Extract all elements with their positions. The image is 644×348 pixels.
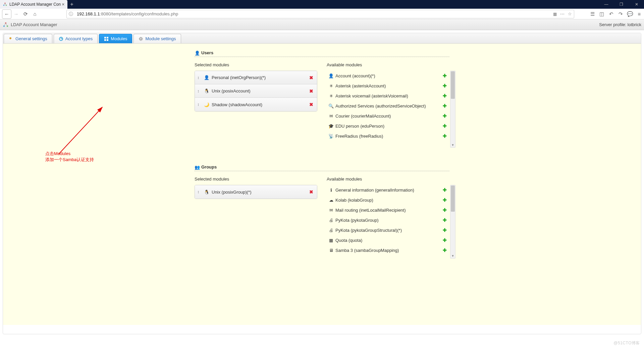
module-icon: 🎓	[327, 124, 335, 129]
remove-module-button[interactable]: ✖	[306, 75, 317, 80]
url-bar[interactable]: ⓘ 192.168.1.1:8080/templates/config/conf…	[66, 10, 574, 18]
module-label: PyKota (pykotaGroup)	[335, 218, 440, 223]
module-label: Authorized Services (authorizedServiceOb…	[335, 103, 440, 109]
tab-module-settings[interactable]: Module settings	[133, 34, 181, 43]
add-module-button[interactable]: ✚	[440, 93, 449, 98]
add-module-button[interactable]: ✚	[440, 237, 449, 243]
available-module-row: 🔍Authorized Services (authorizedServiceO…	[327, 101, 449, 111]
back-button[interactable]: ←	[2, 9, 11, 19]
svg-rect-9	[104, 39, 106, 41]
app-topbar: LDAP Account Manager Server profile: lot…	[0, 19, 644, 30]
module-icon: ✉	[327, 114, 335, 119]
sidebar-icon[interactable]: ◫	[599, 11, 604, 17]
undo-icon[interactable]: ↶	[608, 11, 614, 17]
tab-label: Module settings	[145, 36, 176, 41]
reload-button[interactable]: ⟳	[21, 9, 30, 19]
home-button[interactable]: ⌂	[30, 9, 40, 19]
module-icon: ✳	[327, 93, 335, 98]
browser-titlebar: LDAP Account Manager Con × + — ❐ ✕	[0, 0, 644, 9]
selected-module-row: ↕🐧Unix (posixGroup)(*)✖	[195, 185, 317, 199]
available-module-row: ✉Mail routing (inetLocalMailRecipient)✚	[327, 205, 449, 215]
comment-icon[interactable]: 💬	[627, 11, 633, 17]
module-icon: 🖨	[327, 228, 335, 233]
add-module-button[interactable]: ✚	[440, 187, 449, 193]
module-label: Account (account)(*)	[335, 73, 440, 78]
module-icon: 👤	[202, 75, 212, 80]
bookmark-star-icon[interactable]: ☆	[568, 11, 572, 16]
drag-handle-icon[interactable]: ↕	[195, 190, 202, 194]
redo-icon[interactable]: ↷	[618, 11, 623, 17]
scrollbar[interactable]: ▲ ▼	[450, 185, 455, 259]
svg-rect-7	[104, 37, 106, 39]
maximize-button[interactable]: ❐	[614, 0, 629, 9]
app-title: LDAP Account Manager	[11, 22, 57, 27]
selected-module-row: ↕👤Personal (inetOrgPerson)(*)✖	[195, 71, 317, 84]
new-tab-button[interactable]: +	[67, 0, 76, 9]
available-module-row: ✉Courier (courierMailAccount)✚	[327, 111, 449, 121]
module-icon: ▦	[327, 238, 335, 243]
wrench-icon	[9, 37, 13, 41]
forward-button[interactable]: →	[11, 9, 21, 19]
browser-toolbar: ← → ⟳ ⌂ ⓘ 192.168.1.1:8080/templates/con…	[0, 9, 644, 19]
library-icon[interactable]: ☰	[590, 11, 595, 17]
remove-module-button[interactable]: ✖	[306, 189, 317, 195]
module-label: Asterisk (asteriskAccount)	[335, 83, 440, 88]
menu-icon[interactable]: ≡	[637, 11, 642, 17]
close-tab-icon[interactable]: ×	[61, 2, 65, 7]
add-module-button[interactable]: ✚	[440, 83, 449, 88]
minimize-button[interactable]: —	[599, 0, 614, 9]
tab-label: Modules	[111, 36, 127, 41]
module-icon: ☁	[327, 198, 335, 203]
add-module-button[interactable]: ✚	[440, 133, 449, 139]
section-groups: 👥 Groups Selected modules ↕🐧Unix (posixG…	[195, 164, 449, 259]
available-module-row: ✳Asterisk voicemail (asteriskVoicemail)✚	[327, 91, 449, 101]
module-label: Unix (posixGroup)(*)	[212, 190, 306, 195]
available-modules-heading: Available modules	[327, 62, 449, 67]
config-tabs: General settings Account types Modules M…	[3, 33, 641, 44]
modules-icon	[104, 37, 109, 41]
remove-module-button[interactable]: ✖	[306, 88, 317, 94]
drag-handle-icon[interactable]: ↕	[195, 75, 202, 80]
svg-point-11	[140, 38, 142, 40]
group-icon: 👥	[195, 165, 199, 169]
drag-handle-icon[interactable]: ↕	[195, 102, 202, 107]
page-actions-icon[interactable]: ⋯	[560, 11, 565, 16]
module-icon: 🌙	[202, 102, 212, 107]
selected-modules-heading: Selected modules	[195, 177, 317, 182]
module-icon: ✉	[327, 208, 335, 213]
add-module-button[interactable]: ✚	[440, 113, 449, 119]
server-profile-label: Server profile: lotbrick	[599, 22, 641, 27]
watermark: @51CTO博客	[613, 340, 640, 346]
close-window-button[interactable]: ✕	[629, 0, 644, 9]
add-module-button[interactable]: ✚	[440, 103, 449, 109]
module-label: Mail routing (inetLocalMailRecipient)	[335, 208, 440, 213]
scrollbar[interactable]: ▲ ▼	[450, 71, 455, 148]
scroll-down-icon[interactable]: ▼	[450, 254, 455, 258]
gear-icon	[139, 37, 143, 41]
tab-general-settings[interactable]: General settings	[4, 34, 52, 43]
add-module-button[interactable]: ✚	[440, 248, 449, 253]
browser-tab-title: LDAP Account Manager Con	[9, 2, 61, 7]
add-module-button[interactable]: ✚	[440, 207, 449, 213]
add-module-button[interactable]: ✚	[440, 197, 449, 203]
qr-icon[interactable]: ▦	[553, 12, 557, 16]
remove-module-button[interactable]: ✖	[306, 102, 317, 107]
scroll-thumb[interactable]	[451, 71, 455, 99]
tab-account-types[interactable]: Account types	[54, 34, 98, 43]
module-label: Unix (posixAccount)	[212, 88, 306, 93]
add-module-button[interactable]: ✚	[440, 73, 449, 78]
tab-modules[interactable]: Modules	[99, 34, 132, 43]
available-module-row: 🖥Samba 3 (sambaGroupMapping)✚	[327, 245, 449, 255]
add-module-button[interactable]: ✚	[440, 217, 449, 223]
site-info-icon[interactable]: ⓘ	[69, 11, 74, 17]
scroll-down-icon[interactable]: ▼	[450, 143, 455, 147]
scroll-thumb[interactable]	[451, 186, 455, 212]
add-module-button[interactable]: ✚	[440, 227, 449, 233]
section-heading: Groups	[201, 164, 217, 169]
available-module-row: ▦Quota (quota)✚	[327, 235, 449, 245]
section-users: 👤 Users Selected modules ↕👤Personal (ine…	[195, 50, 449, 148]
browser-tab[interactable]: LDAP Account Manager Con ×	[0, 0, 67, 9]
drag-handle-icon[interactable]: ↕	[195, 89, 202, 93]
add-module-button[interactable]: ✚	[440, 123, 449, 129]
available-modules-heading: Available modules	[327, 177, 449, 182]
